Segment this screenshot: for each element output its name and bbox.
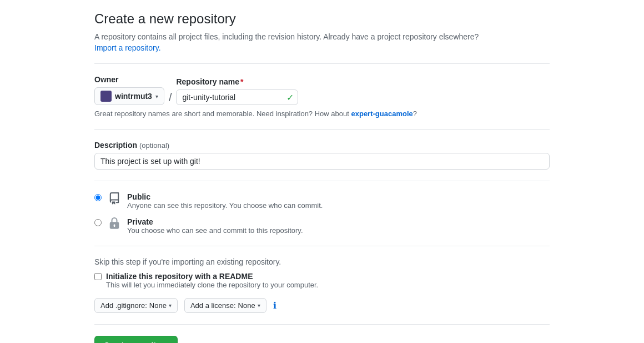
private-repo-icon: [108, 217, 120, 230]
page-subtitle: A repository contains all project files,…: [94, 32, 550, 41]
slash-separator: /: [169, 91, 172, 105]
public-radio-title: Public: [127, 192, 323, 201]
private-radio[interactable]: [94, 219, 102, 226]
repo-name-input[interactable]: [176, 90, 298, 105]
dropdown-row: Add .gitignore: None ▾ Add a license: No…: [94, 298, 550, 313]
readme-checkbox[interactable]: [94, 273, 102, 280]
public-radio-option: Public Anyone can see this repository. Y…: [94, 192, 550, 210]
private-radio-content: Private You choose who can see and commi…: [127, 217, 303, 235]
top-divider: [94, 63, 550, 64]
readme-checkbox-option: Initialize this repository with a README…: [94, 272, 550, 289]
private-radio-title: Private: [127, 217, 303, 226]
info-icon[interactable]: ℹ: [273, 300, 276, 311]
public-radio-desc: Anyone can see this repository. You choo…: [127, 201, 323, 210]
readme-desc: This will let you immediately clone the …: [106, 281, 318, 289]
owner-avatar: [100, 91, 112, 102]
owner-name: wintrmut3: [115, 92, 152, 101]
gitignore-arrow: ▾: [169, 302, 172, 309]
repo-name-label: Repository name*: [176, 77, 298, 86]
private-radio-option: Private You choose who can see and commi…: [94, 217, 550, 235]
mid-divider-1: [94, 129, 550, 130]
inspiration-text: Great repository names are short and mem…: [94, 110, 550, 118]
required-star: *: [240, 77, 243, 86]
owner-label: Owner: [94, 75, 164, 84]
owner-dropdown[interactable]: wintrmut3 ▾: [94, 87, 164, 105]
optional-text: (optional): [139, 141, 169, 150]
import-link[interactable]: Import a repository.: [94, 43, 161, 52]
readme-label: Initialize this repository with a README: [106, 272, 318, 281]
public-radio[interactable]: [94, 194, 102, 201]
public-radio-content: Public Anyone can see this repository. Y…: [127, 192, 323, 210]
owner-dropdown-arrow: ▾: [155, 93, 158, 100]
repo-name-field-group: Repository name* ✓: [176, 77, 298, 105]
page-title: Create a new repository: [94, 11, 550, 27]
skip-section: Skip this step if you're importing an ex…: [94, 257, 550, 266]
gitignore-value: None: [149, 301, 167, 310]
gitignore-label: Add .gitignore:: [100, 301, 147, 310]
license-dropdown[interactable]: Add a license: None ▾: [184, 298, 266, 313]
public-repo-icon: [108, 192, 120, 205]
mid-divider-3: [94, 246, 550, 246]
description-section: Description (optional): [94, 141, 550, 170]
create-repository-button[interactable]: Create repository: [94, 336, 178, 343]
license-value: None: [238, 301, 255, 310]
readme-content: Initialize this repository with a README…: [106, 272, 318, 289]
skip-text: Skip this step if you're importing an ex…: [94, 257, 550, 266]
bottom-divider: [94, 324, 550, 325]
private-radio-desc: You choose who can see and commit to thi…: [127, 226, 303, 235]
owner-repo-row: Owner wintrmut3 ▾ / Repository name* ✓: [94, 75, 550, 105]
description-input[interactable]: [94, 153, 550, 170]
description-label: Description (optional): [94, 141, 550, 150]
owner-field-group: Owner wintrmut3 ▾: [94, 75, 164, 105]
visibility-section: Public Anyone can see this repository. Y…: [94, 192, 550, 235]
mid-divider-2: [94, 181, 550, 181]
license-label: Add a license:: [190, 301, 236, 310]
suggestion-link[interactable]: expert-guacamole: [351, 110, 412, 118]
license-arrow: ▾: [258, 302, 260, 309]
check-icon: ✓: [286, 92, 294, 103]
gitignore-dropdown[interactable]: Add .gitignore: None ▾: [94, 298, 178, 313]
repo-name-input-wrapper: ✓: [176, 90, 298, 105]
